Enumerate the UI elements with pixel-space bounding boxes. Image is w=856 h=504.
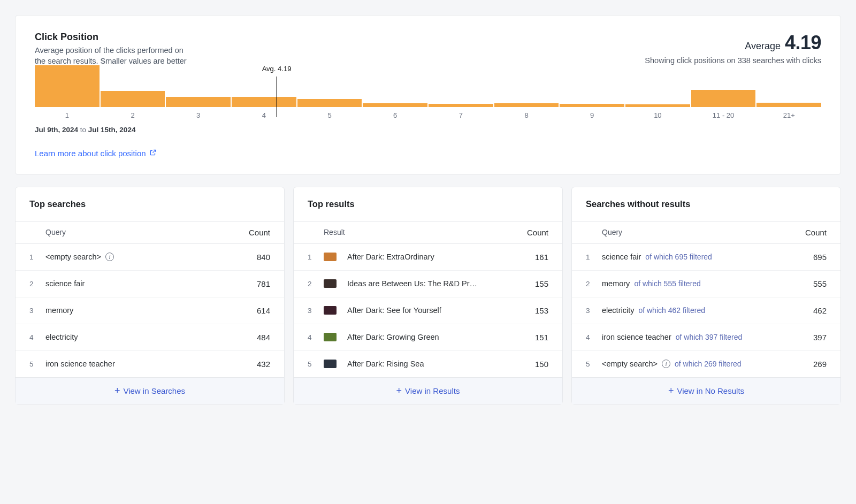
count-cell: 695 — [794, 253, 827, 262]
col-count-label: Count — [238, 228, 270, 237]
table-row[interactable]: 2memory of which 555 filtered555 — [572, 271, 840, 297]
query-cell: electricity — [45, 333, 238, 341]
bar-col: 6 — [363, 103, 427, 119]
result-cell: After Dark: ExtraOrdinary — [324, 253, 516, 261]
top-searches-card: Top searches Query Count 1<empty search>… — [15, 187, 285, 404]
chart-bar — [363, 103, 427, 106]
row-index: 4 — [29, 333, 45, 341]
learn-more-link[interactable]: Learn more about click position — [35, 149, 157, 158]
view-in-no-results-link[interactable]: + View in No Results — [572, 378, 840, 404]
chart-bar — [691, 90, 756, 106]
table-row[interactable]: 1After Dark: ExtraOrdinary161 — [294, 244, 562, 271]
count-cell: 153 — [516, 306, 548, 315]
chart-bar — [756, 103, 821, 106]
bar-col: 1 — [35, 65, 100, 119]
bar-col: 8 — [494, 103, 559, 119]
table-row[interactable]: 3memory614 — [16, 297, 284, 324]
table-row[interactable]: 5<empty search>i of which 269 filtered26… — [572, 351, 840, 378]
row-index: 2 — [29, 280, 45, 288]
query-cell: <empty search>i of which 269 filtered — [602, 360, 794, 368]
query-text: electricity — [602, 306, 634, 315]
top-searches-title: Top searches — [16, 187, 284, 222]
date-range: Jul 9th, 2024 to Jul 15th, 2024 — [35, 126, 821, 134]
bar-label: 10 — [654, 111, 661, 119]
view-in-searches-link[interactable]: + View in Searches — [16, 378, 284, 404]
filtered-text: of which 695 filtered — [645, 253, 712, 261]
table-row[interactable]: 2Ideas are Between Us: The R&D Pr…155 — [294, 271, 562, 297]
bar-label: 3 — [196, 111, 200, 119]
result-thumbnail — [324, 279, 337, 288]
result-text: After Dark: Rising Sea — [347, 360, 424, 368]
count-cell: 150 — [516, 360, 548, 369]
query-cell: <empty search>i — [45, 253, 238, 261]
query-text: <empty search> — [602, 360, 658, 368]
result-cell: After Dark: Growing Green — [324, 333, 516, 341]
query-cell: electricity of which 462 filtered — [602, 306, 794, 315]
bar-col: 10 — [625, 104, 690, 119]
bar-col: 11 - 20 — [691, 90, 756, 119]
click-position-title: Click Position — [35, 32, 195, 43]
query-cell: memory of which 555 filtered — [602, 279, 794, 288]
row-index: 5 — [586, 360, 602, 368]
chart-bar — [297, 99, 362, 107]
table-row[interactable]: 1<empty search>i840 — [16, 244, 284, 271]
result-text: After Dark: See for Yourself — [347, 306, 441, 315]
query-cell: iron science teacher — [45, 360, 238, 368]
count-cell: 484 — [238, 333, 270, 342]
table-row[interactable]: 4After Dark: Growing Green151 — [294, 324, 562, 351]
bar-label: 7 — [459, 111, 463, 119]
table-row[interactable]: 5iron science teacher432 — [16, 351, 284, 378]
count-cell: 555 — [794, 279, 827, 288]
info-icon[interactable]: i — [105, 253, 114, 261]
count-cell: 840 — [238, 253, 270, 262]
result-thumbnail — [324, 333, 337, 341]
chart-bar — [429, 104, 493, 106]
query-text: memory — [45, 306, 73, 315]
filtered-text: of which 462 filtered — [638, 306, 705, 315]
query-text: memory — [602, 279, 630, 288]
bar-col: 21+ — [756, 103, 821, 119]
count-cell: 151 — [516, 333, 548, 342]
learn-more-label: Learn more about click position — [35, 149, 146, 158]
result-cell: Ideas are Between Us: The R&D Pr… — [324, 279, 516, 288]
row-index: 1 — [29, 253, 45, 261]
row-index: 4 — [586, 333, 602, 341]
result-thumbnail — [324, 253, 337, 261]
col-result-label: Result — [324, 228, 516, 236]
no-results-title: Searches without results — [572, 187, 840, 222]
table-row[interactable]: 4electricity484 — [16, 324, 284, 351]
filtered-text: of which 555 filtered — [634, 279, 701, 288]
click-position-description: Average position of the clicks performed… — [35, 45, 195, 67]
info-icon[interactable]: i — [662, 360, 670, 368]
count-cell: 269 — [794, 360, 827, 369]
query-text: electricity — [45, 333, 78, 341]
footer-label: View in No Results — [677, 386, 744, 395]
table-row[interactable]: 3After Dark: See for Yourself153 — [294, 297, 562, 324]
col-count-label: Count — [794, 228, 827, 237]
query-text: science fair — [602, 253, 641, 261]
chart-bar — [35, 65, 100, 107]
table-row[interactable]: 5After Dark: Rising Sea150 — [294, 351, 562, 378]
count-cell: 155 — [516, 279, 548, 288]
top-results-card: Top results Result Count 1After Dark: Ex… — [293, 187, 563, 404]
view-in-results-link[interactable]: + View in Results — [294, 378, 562, 404]
row-index: 5 — [308, 360, 324, 368]
table-row[interactable]: 2science fair781 — [16, 271, 284, 297]
chart-bar — [166, 97, 231, 107]
row-index: 4 — [308, 333, 324, 341]
bar-label: 8 — [524, 111, 528, 119]
count-cell: 614 — [238, 306, 270, 315]
bar-col: 9 — [560, 104, 624, 119]
col-query-label: Query — [602, 228, 794, 236]
bar-label: 4 — [262, 111, 266, 119]
bar-col: 3 — [166, 97, 231, 119]
table-row[interactable]: 3electricity of which 462 filtered462 — [572, 297, 840, 324]
count-cell: 781 — [238, 279, 270, 288]
bar-col: 5 — [297, 99, 362, 119]
col-count-label: Count — [516, 228, 548, 237]
row-index: 3 — [586, 307, 602, 315]
avg-marker: Avg. 4.19 — [262, 65, 292, 73]
table-row[interactable]: 4iron science teacher of which 397 filte… — [572, 324, 840, 351]
table-row[interactable]: 1science fair of which 695 filtered695 — [572, 244, 840, 271]
query-cell: memory — [45, 306, 238, 315]
